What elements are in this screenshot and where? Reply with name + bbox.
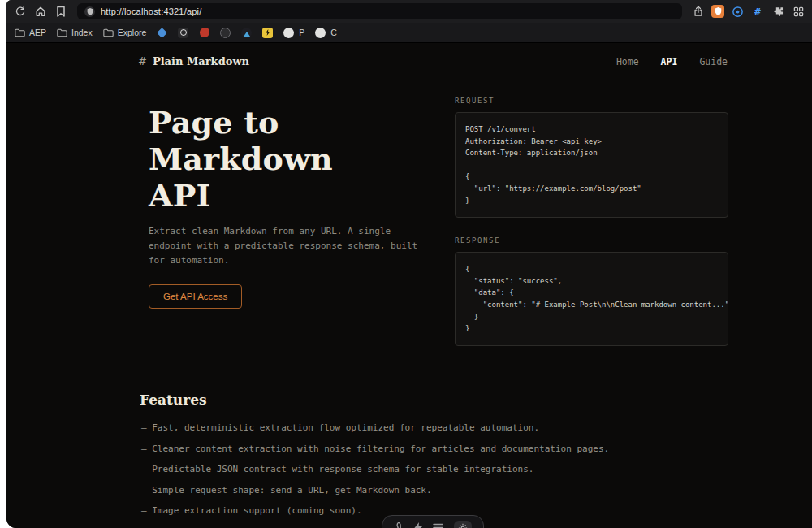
red-favicon[interactable] — [199, 28, 209, 38]
github-bookmark-c[interactable]: C — [330, 28, 337, 37]
github-favicon[interactable] — [315, 28, 326, 38]
record-extension-icon[interactable] — [730, 4, 745, 19]
feature-item: — Fast, deterministic extraction flow op… — [141, 422, 609, 433]
features-section: Features — Fast, deterministic extractio… — [140, 392, 609, 526]
browser-window: http://localhost:4321/api/ # AEP Index — [6, 0, 812, 528]
astro-dev-icon[interactable] — [394, 521, 404, 528]
nav-api[interactable]: API — [661, 56, 678, 67]
nav-home[interactable]: Home — [616, 56, 639, 67]
github-bookmark-p[interactable]: P — [299, 28, 304, 37]
mountain-favicon[interactable] — [241, 28, 252, 38]
hash-extension-icon[interactable]: # — [750, 4, 765, 19]
bookmark-folder-label: Explore — [118, 28, 147, 37]
url-text: http://localhost:4321/api/ — [101, 6, 201, 16]
folder-icon — [57, 28, 67, 38]
lightning-favicon[interactable] — [262, 28, 273, 38]
bookmark-folder-label: Index — [71, 28, 93, 37]
reload-icon[interactable] — [13, 4, 28, 19]
extensions-puzzle-icon[interactable] — [771, 4, 785, 19]
features-title: Features — [140, 392, 609, 408]
bookmark-folder-explore[interactable]: Explore — [103, 28, 147, 38]
feature-item: — Image extraction support (coming soon)… — [141, 505, 609, 516]
response-label: RESPONSE — [455, 236, 728, 245]
bookmark-folder-aep[interactable]: AEP — [15, 28, 46, 38]
page-title-line2: API — [149, 177, 210, 214]
folder-icon — [15, 28, 25, 38]
bookmark-folder-index[interactable]: Index — [57, 28, 93, 38]
menu-dev-icon[interactable] — [433, 521, 443, 528]
bookmarks-bar: AEP Index Explore P C — [6, 23, 812, 43]
site-header: # Plain Markdown Home API Guide — [6, 43, 812, 67]
folder-icon — [103, 28, 114, 38]
dev-toolbar — [382, 515, 484, 528]
gem-favicon[interactable] — [157, 28, 167, 38]
bookmark-folder-label: AEP — [29, 28, 46, 37]
hash-logo-icon: # — [138, 55, 147, 67]
globe-favicon[interactable] — [220, 28, 231, 38]
browser-toolbar: http://localhost:4321/api/ # — [6, 0, 812, 23]
feature-item: — Simple request shape: send a URL, get … — [141, 485, 609, 496]
response-code-block: { "status": "success", "data": { "conten… — [455, 252, 728, 346]
page-content: # Plain Markdown Home API Guide Page to … — [6, 43, 812, 528]
home-icon[interactable] — [33, 4, 48, 19]
hero-section: Page to Markdown API Extract clean Markd… — [149, 105, 465, 309]
gear-dev-icon[interactable] — [454, 521, 472, 528]
page-title-line1: Page to Markdown — [149, 104, 333, 177]
site-info-icon[interactable] — [84, 6, 95, 17]
request-code-block: POST /v1/convert Authorization: Bearer <… — [455, 112, 728, 218]
get-api-access-button[interactable]: Get API Access — [149, 284, 242, 309]
hero-description: Extract clean Markdown from any URL. A s… — [149, 224, 423, 268]
request-label: REQUEST — [455, 97, 728, 105]
shield-extension-icon[interactable] — [711, 5, 724, 18]
feature-item: — Predictable JSON contract with respons… — [141, 464, 609, 474]
camera-favicon[interactable] — [178, 28, 188, 38]
url-bar[interactable]: http://localhost:4321/api/ — [77, 3, 682, 19]
share-icon[interactable] — [691, 4, 706, 19]
tab-grid-icon[interactable] — [791, 4, 806, 19]
site-logo[interactable]: # Plain Markdown — [138, 55, 249, 67]
site-logo-text: Plain Markdown — [153, 55, 249, 67]
nav-guide[interactable]: Guide — [699, 56, 728, 67]
bookmark-icon[interactable] — [54, 4, 68, 19]
feature-item: — Cleaner content extraction with noise … — [141, 444, 609, 454]
github-favicon[interactable] — [283, 28, 294, 38]
api-examples: REQUEST POST /v1/convert Authorization: … — [455, 97, 728, 346]
page-title: Page to Markdown API — [149, 105, 465, 214]
features-list: — Fast, deterministic extraction flow op… — [140, 422, 609, 516]
lightning-dev-icon[interactable] — [414, 521, 422, 528]
site-nav: Home API Guide — [616, 56, 728, 67]
